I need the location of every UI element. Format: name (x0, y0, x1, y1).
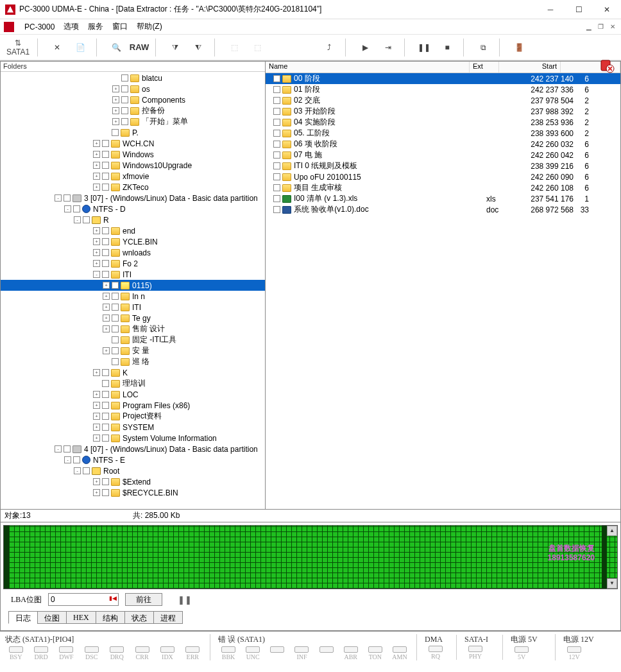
scroll-down-icon[interactable]: ▼ (607, 578, 617, 589)
file-checkbox[interactable] (273, 141, 280, 148)
tree-checkbox[interactable] (102, 260, 109, 267)
layers1-icon[interactable]: ⬚ (225, 38, 244, 57)
tree-item[interactable]: +ZKTeco (1, 182, 265, 193)
exit-icon[interactable]: 🚪 (509, 38, 529, 57)
tree-checkbox[interactable] (102, 249, 109, 256)
tree-checkbox[interactable] (102, 478, 109, 485)
expander-icon[interactable]: + (93, 227, 100, 234)
tree-item[interactable]: +xfmovie (1, 171, 265, 182)
tree-item[interactable]: -3 [07] - (Windows/Linux) Data - Basic d… (1, 193, 265, 203)
tree-checkbox[interactable] (102, 151, 109, 158)
tab-日志[interactable]: 日志 (8, 611, 38, 624)
tree-checkbox[interactable] (112, 314, 119, 322)
expander-icon[interactable]: + (93, 435, 100, 442)
menu-pc3000[interactable]: PC-3000 (24, 22, 55, 31)
tree-item[interactable]: +Windows (1, 149, 265, 160)
file-row[interactable]: I00 清单 (v 1.3).xlsxls237 541 1761 (266, 193, 620, 204)
minimize-button[interactable]: ─ (541, 3, 559, 16)
tree-item[interactable]: + wnloads (1, 247, 265, 258)
binoculars-icon[interactable]: 🔍 (106, 38, 126, 57)
tree-item[interactable]: -NTFS - D (1, 203, 265, 214)
tree-item[interactable]: 理培训 (1, 378, 265, 389)
tree-checkbox[interactable] (121, 74, 128, 82)
tree-checkbox[interactable] (121, 96, 128, 103)
tree-item[interactable]: +Te gy (1, 313, 265, 323)
file-checkbox[interactable] (273, 184, 280, 191)
step-icon[interactable]: ⇥ (379, 38, 398, 57)
stop-icon[interactable]: ■ (438, 38, 457, 57)
file-row[interactable]: ITI 0 纸规则及模板238 399 2166 (266, 160, 620, 171)
file-row[interactable]: 03 开始阶段237 988 3922 (266, 106, 620, 117)
mdi-close[interactable]: ✕ (608, 23, 617, 30)
file-row[interactable]: 07 电 施242 260 0426 (266, 150, 620, 160)
file-row[interactable]: 00 阶段242 237 1406 (266, 73, 620, 84)
tree-item[interactable]: +Windows10Upgrade (1, 160, 265, 171)
tree-item[interactable]: +Project资料 (1, 411, 265, 422)
expander-icon[interactable]: + (93, 369, 100, 376)
file-checkbox[interactable] (273, 206, 280, 213)
layers2-icon[interactable]: ⬚ (248, 38, 267, 57)
expander-icon[interactable]: + (112, 85, 119, 92)
expander-icon[interactable]: + (93, 249, 100, 256)
expander-icon[interactable]: - (93, 271, 100, 278)
expander-icon[interactable]: + (93, 140, 100, 147)
file-checkbox[interactable] (273, 162, 280, 169)
file-checkbox[interactable] (273, 151, 280, 159)
tree-checkbox[interactable] (83, 216, 90, 223)
tree-checkbox[interactable] (121, 107, 128, 114)
tree-item[interactable]: +$RECYCLE.BIN (1, 487, 265, 498)
tree-item[interactable]: -4 [07] - (Windows/Linux) Data - Basic d… (1, 444, 265, 454)
tree-item[interactable]: +WCH.CN (1, 138, 265, 149)
file-row[interactable]: 06 项 收阶段242 260 0326 (266, 139, 620, 150)
tree-item[interactable]: +LOC (1, 389, 265, 400)
tree-item[interactable]: +安 量 (1, 345, 265, 356)
col-start[interactable]: Start (499, 62, 561, 73)
mdi-restore[interactable]: ❐ (596, 23, 606, 30)
expander-icon[interactable]: + (103, 293, 110, 300)
file-checkbox[interactable] (273, 195, 280, 202)
tree-checkbox[interactable] (112, 358, 119, 365)
drive-error-icon[interactable] (599, 58, 615, 73)
tree-item[interactable]: +Program Files (x86) (1, 400, 265, 411)
tree-item[interactable]: blatcu (1, 73, 265, 83)
tree-item[interactable]: +In n (1, 291, 265, 302)
tree-checkbox[interactable] (102, 435, 109, 442)
file-row[interactable]: 系统 验收单(v1.0).docdoc268 972 56833 (266, 204, 620, 215)
tree-checkbox[interactable] (112, 282, 119, 289)
expander-icon[interactable]: - (74, 467, 81, 474)
tree-item[interactable]: +Fo 2 (1, 258, 265, 269)
tools-icon[interactable]: ✕ (47, 38, 67, 57)
sata-button[interactable]: ⇅SATA1 (5, 38, 31, 57)
expander-icon[interactable]: + (93, 162, 100, 169)
expander-icon[interactable]: + (103, 314, 110, 322)
tree-item[interactable]: +System Volume Information (1, 433, 265, 444)
expander-icon[interactable]: + (93, 238, 100, 245)
file-row[interactable]: 项目 生成审核242 260 1086 (266, 182, 620, 193)
expander-icon[interactable]: - (64, 205, 71, 212)
tab-状态[interactable]: 状态 (124, 611, 154, 624)
file-checkbox[interactable] (273, 75, 280, 82)
tree-checkbox[interactable] (83, 467, 90, 474)
tab-进程[interactable]: 进程 (153, 611, 183, 624)
tree-checkbox[interactable] (102, 424, 109, 431)
expander-icon[interactable]: + (112, 118, 119, 125)
tree-checkbox[interactable] (121, 85, 128, 92)
tree-checkbox[interactable] (102, 489, 109, 496)
pause-icon[interactable]: ❚❚ (414, 38, 434, 57)
tree-checkbox[interactable] (102, 380, 109, 387)
file-list[interactable]: 00 阶段242 237 140601 阶段242 237 336602 交底2… (266, 73, 620, 509)
tree-checkbox[interactable] (102, 369, 109, 376)
file-checkbox[interactable] (273, 97, 280, 104)
tab-HEX[interactable]: HEX (66, 611, 96, 624)
tree-item[interactable]: -Root (1, 465, 265, 476)
tree-item[interactable]: +K (1, 367, 265, 378)
expander-icon[interactable]: - (74, 216, 81, 223)
file-checkbox[interactable] (273, 86, 280, 93)
expander-icon[interactable]: + (103, 304, 110, 311)
file-checkbox[interactable] (273, 173, 280, 180)
tree-checkbox[interactable] (64, 194, 71, 202)
tree-checkbox[interactable] (112, 304, 119, 311)
tree-checkbox[interactable] (112, 347, 119, 354)
tree-item[interactable]: + 「开始」菜单 (1, 116, 265, 127)
expander-icon[interactable]: + (112, 96, 119, 103)
